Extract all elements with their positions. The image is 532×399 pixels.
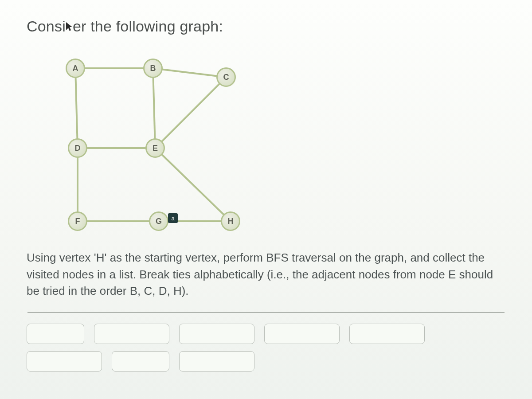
node-G: G xyxy=(149,211,168,231)
badge-label: a xyxy=(171,215,174,222)
answer-box[interactable] xyxy=(264,324,340,344)
edge-E-C xyxy=(155,77,226,148)
answer-row xyxy=(27,324,497,372)
answer-input-1[interactable] xyxy=(31,327,81,342)
node-E: E xyxy=(145,138,165,158)
badge-a: a xyxy=(168,213,178,223)
answer-input-5[interactable] xyxy=(354,327,422,342)
edge-A-D xyxy=(75,68,78,148)
edge-E-H xyxy=(155,148,231,221)
answer-box[interactable] xyxy=(27,324,84,344)
page-title: Consier the following graph: xyxy=(27,18,505,35)
answer-input-2[interactable] xyxy=(99,327,166,342)
node-label: C xyxy=(223,73,229,82)
answer-box[interactable] xyxy=(179,351,254,372)
node-F: F xyxy=(68,211,87,231)
quiz-page: Consier the following graph: A B C D E F… xyxy=(0,0,532,399)
node-H: H xyxy=(221,211,240,231)
answer-input-3[interactable] xyxy=(184,327,251,342)
edge-B-E xyxy=(153,68,155,148)
node-label: F xyxy=(75,217,80,226)
cursor-icon xyxy=(65,19,74,36)
title-prefix: Consi xyxy=(27,18,66,35)
node-C: C xyxy=(216,67,236,87)
answer-input-8[interactable] xyxy=(184,354,251,369)
edge-B-C xyxy=(153,68,226,77)
node-label: H xyxy=(228,217,234,226)
graph-diagram: A B C D E F G H a xyxy=(40,48,270,239)
answer-box[interactable] xyxy=(179,324,254,344)
answer-box[interactable] xyxy=(349,324,425,344)
answer-box[interactable] xyxy=(27,351,102,372)
answer-input-4[interactable] xyxy=(269,327,336,342)
node-label: B xyxy=(150,64,156,73)
node-A: A xyxy=(66,59,85,78)
question-text: Using vertex 'H' as the starting vertex,… xyxy=(27,250,497,300)
title-suffix: er the following graph: xyxy=(73,18,223,35)
answer-input-7[interactable] xyxy=(117,354,166,369)
answer-input-6[interactable] xyxy=(31,354,99,369)
node-D: D xyxy=(68,138,87,158)
node-label: G xyxy=(156,217,162,226)
node-label: E xyxy=(153,144,158,153)
node-B: B xyxy=(143,59,163,78)
node-label: A xyxy=(73,64,78,73)
node-label: D xyxy=(75,144,81,153)
answer-box[interactable] xyxy=(94,324,169,344)
divider xyxy=(27,312,505,313)
answer-box[interactable] xyxy=(112,351,169,372)
